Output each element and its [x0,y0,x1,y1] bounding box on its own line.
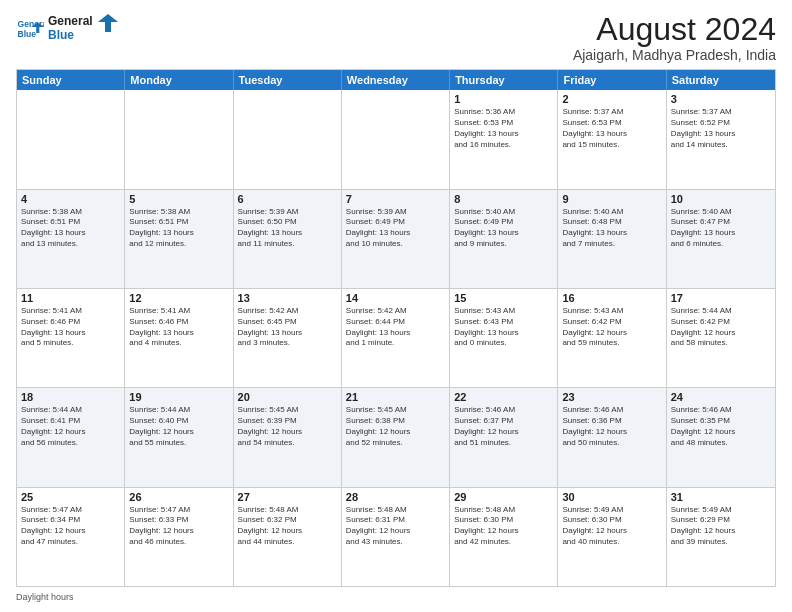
calendar-cell: 7Sunrise: 5:39 AM Sunset: 6:49 PM Daylig… [342,190,450,288]
calendar-cell [234,90,342,188]
day-number: 31 [671,491,771,503]
day-number: 29 [454,491,553,503]
calendar-cell: 25Sunrise: 5:47 AM Sunset: 6:34 PM Dayli… [17,488,125,586]
day-number: 9 [562,193,661,205]
day-info: Sunrise: 5:39 AM Sunset: 6:49 PM Dayligh… [346,207,445,250]
svg-text:General: General [48,14,93,28]
logo-svg: General Blue [48,12,118,44]
day-info: Sunrise: 5:37 AM Sunset: 6:53 PM Dayligh… [562,107,661,150]
main-title: August 2024 [573,12,776,47]
calendar-cell: 20Sunrise: 5:45 AM Sunset: 6:39 PM Dayli… [234,388,342,486]
day-info: Sunrise: 5:40 AM Sunset: 6:49 PM Dayligh… [454,207,553,250]
day-info: Sunrise: 5:47 AM Sunset: 6:34 PM Dayligh… [21,505,120,548]
calendar-header-cell: Wednesday [342,70,450,90]
calendar-cell: 28Sunrise: 5:48 AM Sunset: 6:31 PM Dayli… [342,488,450,586]
day-number: 1 [454,93,553,105]
day-number: 22 [454,391,553,403]
day-info: Sunrise: 5:44 AM Sunset: 6:41 PM Dayligh… [21,405,120,448]
logo-icon: General Blue [16,16,44,44]
calendar-week: 1Sunrise: 5:36 AM Sunset: 6:53 PM Daylig… [17,90,775,188]
day-info: Sunrise: 5:41 AM Sunset: 6:46 PM Dayligh… [21,306,120,349]
day-number: 8 [454,193,553,205]
calendar-cell: 15Sunrise: 5:43 AM Sunset: 6:43 PM Dayli… [450,289,558,387]
day-number: 18 [21,391,120,403]
day-number: 20 [238,391,337,403]
page: General Blue General Blue August 2024 Aj… [0,0,792,612]
day-info: Sunrise: 5:47 AM Sunset: 6:33 PM Dayligh… [129,505,228,548]
calendar-cell [17,90,125,188]
logo: General Blue General Blue [16,12,118,48]
calendar-cell [125,90,233,188]
day-number: 2 [562,93,661,105]
svg-text:Blue: Blue [48,28,74,42]
calendar-cell: 24Sunrise: 5:46 AM Sunset: 6:35 PM Dayli… [667,388,775,486]
calendar-header-cell: Tuesday [234,70,342,90]
day-info: Sunrise: 5:36 AM Sunset: 6:53 PM Dayligh… [454,107,553,150]
calendar-cell: 29Sunrise: 5:48 AM Sunset: 6:30 PM Dayli… [450,488,558,586]
day-number: 23 [562,391,661,403]
calendar-cell: 18Sunrise: 5:44 AM Sunset: 6:41 PM Dayli… [17,388,125,486]
calendar-header-cell: Sunday [17,70,125,90]
svg-text:General: General [18,19,44,29]
day-info: Sunrise: 5:48 AM Sunset: 6:32 PM Dayligh… [238,505,337,548]
calendar-cell: 19Sunrise: 5:44 AM Sunset: 6:40 PM Dayli… [125,388,233,486]
calendar-cell: 12Sunrise: 5:41 AM Sunset: 6:46 PM Dayli… [125,289,233,387]
day-number: 27 [238,491,337,503]
day-info: Sunrise: 5:40 AM Sunset: 6:48 PM Dayligh… [562,207,661,250]
day-number: 17 [671,292,771,304]
day-number: 25 [21,491,120,503]
calendar-cell: 6Sunrise: 5:39 AM Sunset: 6:50 PM Daylig… [234,190,342,288]
day-info: Sunrise: 5:49 AM Sunset: 6:29 PM Dayligh… [671,505,771,548]
calendar-cell: 27Sunrise: 5:48 AM Sunset: 6:32 PM Dayli… [234,488,342,586]
day-info: Sunrise: 5:45 AM Sunset: 6:39 PM Dayligh… [238,405,337,448]
day-info: Sunrise: 5:39 AM Sunset: 6:50 PM Dayligh… [238,207,337,250]
calendar-header: SundayMondayTuesdayWednesdayThursdayFrid… [17,70,775,90]
day-info: Sunrise: 5:40 AM Sunset: 6:47 PM Dayligh… [671,207,771,250]
day-info: Sunrise: 5:45 AM Sunset: 6:38 PM Dayligh… [346,405,445,448]
calendar-cell: 8Sunrise: 5:40 AM Sunset: 6:49 PM Daylig… [450,190,558,288]
day-number: 14 [346,292,445,304]
calendar-cell: 21Sunrise: 5:45 AM Sunset: 6:38 PM Dayli… [342,388,450,486]
day-number: 5 [129,193,228,205]
calendar-cell: 11Sunrise: 5:41 AM Sunset: 6:46 PM Dayli… [17,289,125,387]
day-info: Sunrise: 5:44 AM Sunset: 6:42 PM Dayligh… [671,306,771,349]
calendar-cell: 14Sunrise: 5:42 AM Sunset: 6:44 PM Dayli… [342,289,450,387]
day-number: 6 [238,193,337,205]
day-number: 10 [671,193,771,205]
calendar-week: 11Sunrise: 5:41 AM Sunset: 6:46 PM Dayli… [17,288,775,387]
day-info: Sunrise: 5:43 AM Sunset: 6:43 PM Dayligh… [454,306,553,349]
day-info: Sunrise: 5:46 AM Sunset: 6:36 PM Dayligh… [562,405,661,448]
calendar-cell: 2Sunrise: 5:37 AM Sunset: 6:53 PM Daylig… [558,90,666,188]
calendar-cell: 1Sunrise: 5:36 AM Sunset: 6:53 PM Daylig… [450,90,558,188]
calendar-cell: 10Sunrise: 5:40 AM Sunset: 6:47 PM Dayli… [667,190,775,288]
day-info: Sunrise: 5:46 AM Sunset: 6:37 PM Dayligh… [454,405,553,448]
calendar-cell: 13Sunrise: 5:42 AM Sunset: 6:45 PM Dayli… [234,289,342,387]
day-number: 28 [346,491,445,503]
calendar-week: 4Sunrise: 5:38 AM Sunset: 6:51 PM Daylig… [17,189,775,288]
day-info: Sunrise: 5:38 AM Sunset: 6:51 PM Dayligh… [129,207,228,250]
day-number: 19 [129,391,228,403]
legend: Daylight hours [16,592,776,602]
calendar-cell: 5Sunrise: 5:38 AM Sunset: 6:51 PM Daylig… [125,190,233,288]
calendar-cell: 23Sunrise: 5:46 AM Sunset: 6:36 PM Dayli… [558,388,666,486]
svg-text:Blue: Blue [18,29,37,39]
day-info: Sunrise: 5:38 AM Sunset: 6:51 PM Dayligh… [21,207,120,250]
calendar-week: 18Sunrise: 5:44 AM Sunset: 6:41 PM Dayli… [17,387,775,486]
calendar-cell [342,90,450,188]
calendar-week: 25Sunrise: 5:47 AM Sunset: 6:34 PM Dayli… [17,487,775,586]
day-info: Sunrise: 5:48 AM Sunset: 6:31 PM Dayligh… [346,505,445,548]
day-number: 3 [671,93,771,105]
calendar-cell: 31Sunrise: 5:49 AM Sunset: 6:29 PM Dayli… [667,488,775,586]
day-number: 7 [346,193,445,205]
calendar-cell: 3Sunrise: 5:37 AM Sunset: 6:52 PM Daylig… [667,90,775,188]
daylight-hours-label: Daylight hours [16,592,74,602]
calendar-cell: 16Sunrise: 5:43 AM Sunset: 6:42 PM Dayli… [558,289,666,387]
day-info: Sunrise: 5:44 AM Sunset: 6:40 PM Dayligh… [129,405,228,448]
calendar-cell: 22Sunrise: 5:46 AM Sunset: 6:37 PM Dayli… [450,388,558,486]
day-number: 24 [671,391,771,403]
day-info: Sunrise: 5:42 AM Sunset: 6:44 PM Dayligh… [346,306,445,349]
calendar-header-cell: Saturday [667,70,775,90]
svg-marker-6 [98,14,118,32]
calendar-cell: 26Sunrise: 5:47 AM Sunset: 6:33 PM Dayli… [125,488,233,586]
day-number: 12 [129,292,228,304]
